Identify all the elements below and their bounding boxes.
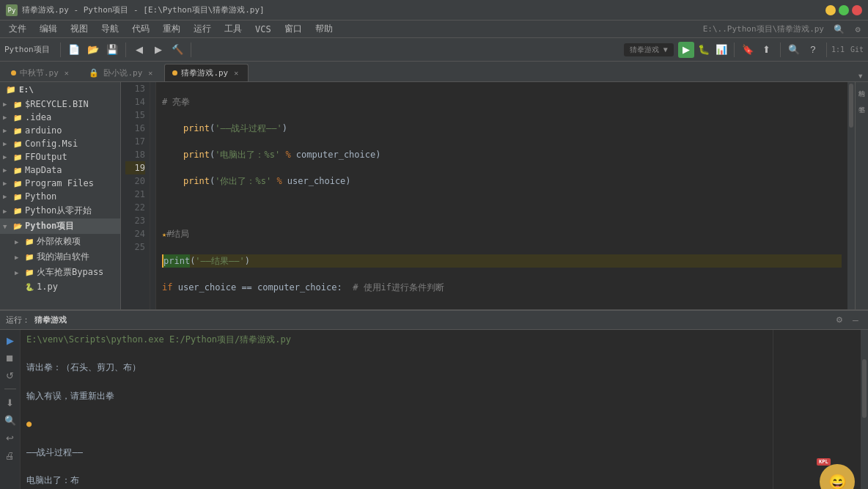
toolbar-help-btn[interactable]: ? — [804, 41, 822, 59]
tree-item-pythonproject[interactable]: ▼ 📂 Python项目 — [0, 218, 120, 234]
tree-label-ffoutput: FFOutput — [25, 152, 67, 162]
tree-item-configmsi[interactable]: ▶ 📁 Config.Msi — [0, 137, 120, 150]
tree-item-python[interactable]: ▶ 📁 Python — [0, 190, 120, 203]
folder-icon-python: 📁 — [12, 191, 23, 202]
project-sidebar: 📁 E:\ ▶ 📁 $RECYCLE.BIN ▶ 📁 .idea ▶ 📁 ard… — [0, 82, 121, 309]
menu-file[interactable]: 文件 — [3, 21, 32, 37]
folder-icon-programfiles: 📁 — [12, 178, 23, 188]
run-config-selector[interactable]: 猜拳游戏 ▼ — [624, 43, 674, 56]
run-rerun-btn[interactable]: ↺ — [3, 368, 18, 383]
run-btn[interactable]: ▶ — [678, 42, 694, 58]
search-everywhere-btn[interactable]: 🔍 — [831, 22, 846, 37]
tab-close-caiquan[interactable]: ✕ — [232, 69, 240, 78]
run-stop-btn[interactable]: ⏹ — [3, 350, 18, 365]
menu-bar: 文件 编辑 视图 导航 代码 重构 运行 工具 VCS 窗口 帮助 E:\..P… — [0, 21, 868, 38]
run-output-text[interactable]: E:\venv\Scripts\python.exe E:/Python项目/猜… — [21, 330, 773, 489]
window-controls: ─ □ ✕ — [825, 5, 862, 15]
tree-item-myfolder[interactable]: ▶ 📁 我的湖白软件 — [0, 249, 120, 265]
tab-close-zhongqiu[interactable]: ✕ — [62, 69, 71, 78]
toolbar-back-btn[interactable]: ◀ — [130, 41, 148, 59]
run-wrap-btn[interactable]: ↩ — [3, 430, 18, 445]
run-filter-btn[interactable]: 🔍 — [3, 413, 18, 427]
tree-arrow-arduino: ▶ — [3, 127, 10, 134]
menu-tools[interactable]: 工具 — [218, 21, 248, 37]
toolbar-separator-5 — [780, 43, 781, 57]
editor-main: 📁 E:\ ▶ 📁 $RECYCLE.BIN ▶ 📁 .idea ▶ 📁 ard… — [0, 82, 868, 309]
tree-item-recycle[interactable]: ▶ 📁 $RECYCLE.BIN — [0, 98, 120, 111]
run-play-btn[interactable]: ▶ — [3, 333, 18, 348]
tree-item-huoche[interactable]: ▶ 📁 火车抢票Bypass — [0, 265, 120, 280]
folder-icon-pythonstart: 📁 — [12, 206, 23, 216]
tree-item-arduino[interactable]: ▶ 📁 arduino — [0, 124, 120, 137]
tab-label-zhongqiu: 中秋节.py — [20, 67, 59, 78]
tree-item-ffoutput[interactable]: ▶ 📁 FFOutput — [0, 150, 120, 163]
profile-btn[interactable]: 📊 — [713, 42, 729, 58]
py-icon-1py: 🐍 — [24, 282, 34, 292]
menu-view[interactable]: 视图 — [65, 21, 94, 37]
run-minimize-btn[interactable]: ─ — [849, 314, 862, 327]
settings-btn[interactable]: ⚙ — [850, 22, 865, 37]
project-label: Python项目 — [4, 44, 50, 55]
tree-arrow-recycle: ▶ — [3, 100, 10, 108]
code-cmt-13: # 亮拳 — [162, 95, 190, 109]
editor-wrapper: 13 14 15 16 17 18 19 20 21 22 23 24 25 #… — [121, 82, 855, 309]
scrollbar-thumb — [849, 84, 853, 128]
tree-item-mapdata[interactable]: ▶ 📁 MapData — [0, 163, 120, 177]
tab-overflow-btn[interactable]: ▾ — [853, 70, 868, 81]
code-content[interactable]: # 亮拳 print('——战斗过程——') print('电脑出了：%s' %… — [156, 82, 847, 309]
toolbar-push-btn[interactable]: ⬆ — [758, 41, 776, 59]
toolbar-find-btn[interactable]: 🔍 — [785, 41, 803, 59]
toolbar-new-btn[interactable]: 📄 — [65, 41, 83, 59]
folder-icon-huoche: 📁 — [24, 268, 34, 278]
code-line-18: ★#结局 — [162, 227, 842, 241]
tree-arrow-pythonstart: ▶ — [3, 207, 10, 215]
output-scrollbar[interactable] — [861, 330, 868, 489]
tab-zhongqiu[interactable]: 中秋节.py ✕ — [3, 64, 79, 81]
tree-item-pythonstart[interactable]: ▶ 📁 Python从零开始 — [0, 203, 120, 218]
code-editor[interactable]: 13 14 15 16 17 18 19 20 21 22 23 24 25 #… — [121, 82, 855, 309]
run-settings-btn[interactable]: ⚙ — [833, 314, 846, 327]
toolbar-save-btn[interactable]: 💾 — [103, 41, 121, 59]
code-line-19: print('——结果——') — [162, 254, 842, 268]
gutter — [150, 82, 156, 309]
menu-navigate[interactable]: 导航 — [95, 21, 125, 37]
toolbar-commit-btn[interactable]: 🔖 — [739, 41, 757, 59]
menu-window[interactable]: 窗口 — [279, 21, 308, 37]
tab-caiquan[interactable]: 猜拳游戏.py ✕ — [164, 64, 249, 81]
menu-help[interactable]: 帮助 — [309, 21, 339, 37]
tree-item-idea[interactable]: ▶ 📁 .idea — [0, 111, 120, 124]
code-str-14a: '——战斗过程——' — [215, 122, 282, 135]
run-name: 猜拳游戏 — [34, 315, 67, 326]
menu-edit[interactable]: 编辑 — [34, 21, 63, 37]
tab-woxiaoshuo[interactable]: 🔒 卧小说.py ✕ — [81, 64, 163, 81]
tree-label-arduino: arduino — [25, 125, 62, 136]
toolbar-open-btn[interactable]: 📂 — [84, 41, 102, 59]
close-button[interactable]: ✕ — [852, 5, 862, 15]
editor-scrollbar[interactable] — [847, 82, 855, 309]
tree-arrow-external: ▶ — [15, 238, 22, 246]
output-line-3: ——战斗过程—— — [26, 446, 767, 460]
toolbar-separator-6 — [826, 43, 827, 57]
output-line-4: 电脑出了：布 — [26, 474, 767, 488]
run-print-btn[interactable]: 🖨 — [3, 448, 18, 463]
menu-vcs[interactable]: VCS — [249, 23, 277, 36]
line-numbers: 13 14 15 16 17 18 19 20 21 22 23 24 25 — [121, 82, 150, 309]
tab-close-woxiaoshuo[interactable]: ✕ — [146, 69, 155, 78]
menu-refactor[interactable]: 重构 — [157, 21, 186, 37]
code-indent-14 — [162, 122, 183, 135]
tree-item-external[interactable]: ▶ 📁 外部依赖项 — [0, 234, 120, 249]
menu-code[interactable]: 代码 — [126, 21, 155, 37]
minimize-button[interactable]: ─ — [825, 5, 836, 15]
folder-icon-pythonproject: 📂 — [12, 221, 23, 232]
toolbar-forward-btn[interactable]: ▶ — [150, 41, 167, 59]
tree-item-1py[interactable]: ▶ 🐍 1.py — [0, 280, 120, 293]
toolbar-build-btn[interactable]: 🔨 — [169, 41, 186, 59]
debug-btn[interactable]: 🐛 — [696, 42, 712, 58]
mascot: 😄 KPL 中 简 — [820, 464, 855, 489]
maximize-button[interactable]: □ — [839, 5, 849, 15]
menu-run[interactable]: 运行 — [188, 21, 217, 37]
folder-icon-configmsi: 📁 — [12, 139, 23, 149]
tree-item-programfiles[interactable]: ▶ 📁 Program Files — [0, 177, 120, 190]
run-scroll-btn[interactable]: ⬇ — [3, 395, 18, 410]
code-line-13: # 亮拳 — [162, 95, 842, 109]
